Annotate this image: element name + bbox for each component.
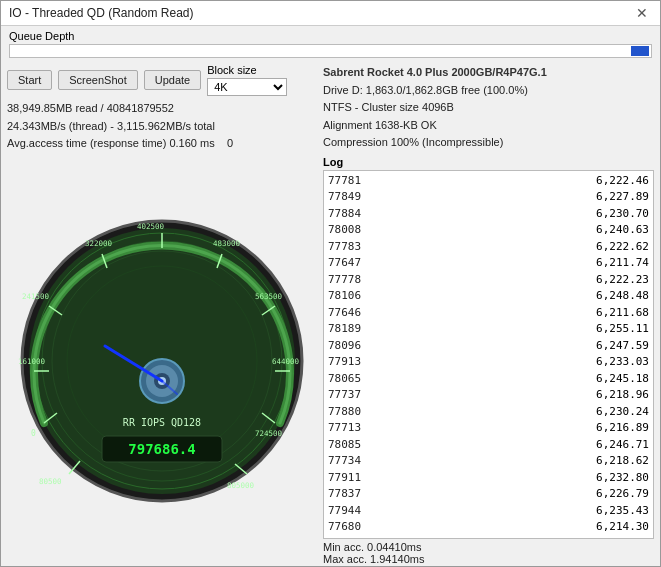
queue-depth-bar bbox=[9, 44, 652, 58]
log-row: 781896,255.11 bbox=[328, 321, 649, 338]
toolbar: Start ScreenShot Update Block size 4K 51… bbox=[7, 64, 317, 96]
update-button[interactable]: Update bbox=[144, 70, 201, 90]
max-acc: Max acc. 1.94140ms bbox=[323, 553, 654, 565]
left-panel: Start ScreenShot Update Block size 4K 51… bbox=[7, 64, 317, 565]
log-row: 780086,240.63 bbox=[328, 222, 649, 239]
log-footer: Min acc. 0.04410ms Max acc. 1.94140ms bbox=[323, 541, 654, 565]
svg-text:161000: 161000 bbox=[18, 357, 46, 366]
svg-text:644000: 644000 bbox=[272, 357, 300, 366]
stat-line2: 24.343MB/s (thread) - 3,115.962MB/s tota… bbox=[7, 118, 317, 136]
log-box[interactable]: 777816,222.46778496,227.89778846,230.707… bbox=[323, 170, 654, 539]
log-row: 777376,218.96 bbox=[328, 387, 649, 404]
log-row: 778806,230.24 bbox=[328, 404, 649, 421]
gauge-container: 0 80500 161000 241500 322000 bbox=[7, 157, 317, 565]
drive-filesystem: NTFS - Cluster size 4096B bbox=[323, 99, 654, 117]
log-row: 778846,230.70 bbox=[328, 206, 649, 223]
log-row: 780656,245.18 bbox=[328, 371, 649, 388]
block-size-label: Block size bbox=[207, 64, 287, 76]
screenshot-button[interactable]: ScreenShot bbox=[58, 70, 137, 90]
stat-line1: 38,949.85MB read / 40841879552 bbox=[7, 100, 317, 118]
queue-depth-section: Queue Depth bbox=[1, 26, 660, 60]
main-window: IO - Threaded QD (Random Read) ✕ Queue D… bbox=[0, 0, 661, 567]
drive-name: Sabrent Rocket 4.0 Plus 2000GB/R4P47G.1 bbox=[323, 64, 654, 82]
log-row: 776476,211.74 bbox=[328, 255, 649, 272]
log-row: 777836,222.62 bbox=[328, 239, 649, 256]
log-row: 777816,222.46 bbox=[328, 173, 649, 190]
log-row: 778496,227.89 bbox=[328, 189, 649, 206]
stats-section: 38,949.85MB read / 40841879552 24.343MB/… bbox=[7, 100, 317, 153]
log-row: 778376,226.79 bbox=[328, 486, 649, 503]
queue-depth-fill bbox=[631, 46, 649, 56]
svg-text:724500: 724500 bbox=[255, 429, 283, 438]
log-row: 779136,233.03 bbox=[328, 354, 649, 371]
svg-text:80500: 80500 bbox=[39, 477, 62, 486]
svg-text:483000: 483000 bbox=[213, 239, 241, 248]
drive-free: Drive D: 1,863.0/1,862.8GB free (100.0%) bbox=[323, 82, 654, 100]
queue-depth-label: Queue Depth bbox=[9, 30, 652, 42]
gauge-wrapper: 0 80500 161000 241500 322000 bbox=[17, 216, 307, 506]
svg-text:0: 0 bbox=[31, 429, 36, 438]
svg-text:402500: 402500 bbox=[137, 222, 165, 231]
svg-text:322000: 322000 bbox=[85, 239, 113, 248]
log-row: 776466,211.68 bbox=[328, 305, 649, 322]
block-size-select[interactable]: 4K 512 1K 2K 8K 16K 32K 64K bbox=[207, 78, 287, 96]
min-acc: Min acc. 0.04410ms bbox=[323, 541, 654, 553]
log-section: Log 777816,222.46778496,227.89778846,230… bbox=[323, 156, 654, 565]
svg-text:563500: 563500 bbox=[255, 292, 283, 301]
window-title: IO - Threaded QD (Random Read) bbox=[9, 6, 194, 20]
log-row: 780966,247.59 bbox=[328, 338, 649, 355]
log-row: 777786,222.23 bbox=[328, 272, 649, 289]
start-button[interactable]: Start bbox=[7, 70, 52, 90]
log-label: Log bbox=[323, 156, 654, 168]
log-row: 779116,232.80 bbox=[328, 470, 649, 487]
log-row: 781066,248.48 bbox=[328, 288, 649, 305]
drive-compression: Compression 100% (Incompressible) bbox=[323, 134, 654, 152]
svg-text:RR IOPS QD128: RR IOPS QD128 bbox=[123, 417, 201, 428]
drive-alignment: Alignment 1638-KB OK bbox=[323, 117, 654, 135]
svg-text:797686.4: 797686.4 bbox=[128, 441, 195, 457]
gauge-svg: 0 80500 161000 241500 322000 bbox=[17, 216, 307, 506]
log-row: 777136,216.89 bbox=[328, 420, 649, 437]
stat-line3: Avg.access time (response time) 0.160 ms… bbox=[7, 135, 317, 153]
log-row: 780856,246.71 bbox=[328, 437, 649, 454]
log-row: 776806,214.30 bbox=[328, 519, 649, 536]
main-content: Start ScreenShot Update Block size 4K 51… bbox=[1, 60, 660, 567]
log-row: 777346,218.62 bbox=[328, 453, 649, 470]
svg-text:241500: 241500 bbox=[22, 292, 50, 301]
drive-info: Sabrent Rocket 4.0 Plus 2000GB/R4P47G.1 … bbox=[323, 64, 654, 152]
title-bar: IO - Threaded QD (Random Read) ✕ bbox=[1, 1, 660, 26]
right-panel: Sabrent Rocket 4.0 Plus 2000GB/R4P47G.1 … bbox=[323, 64, 654, 565]
close-button[interactable]: ✕ bbox=[632, 5, 652, 21]
svg-text:805000: 805000 bbox=[227, 481, 255, 490]
log-row: 779446,235.43 bbox=[328, 503, 649, 520]
block-size-section: Block size 4K 512 1K 2K 8K 16K 32K 64K bbox=[207, 64, 287, 96]
